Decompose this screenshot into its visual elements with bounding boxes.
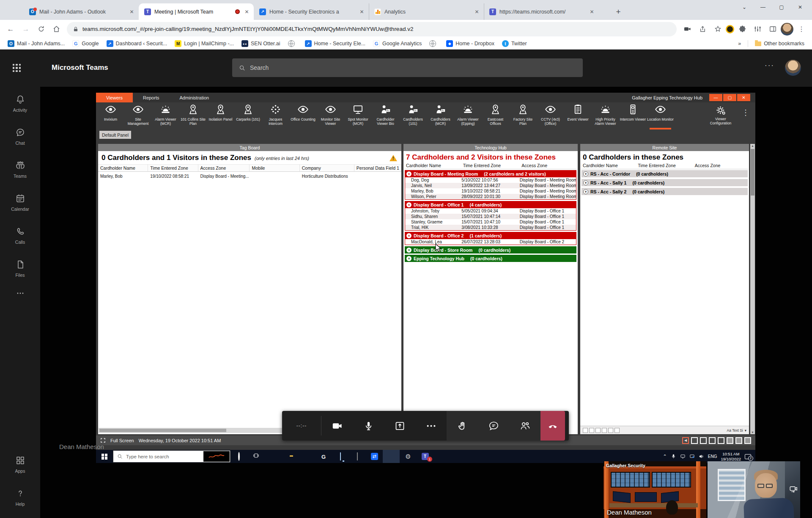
gallagher-extension-icon[interactable]	[726, 25, 734, 33]
toolbar-item-jacques-intercom[interactable]: Jacques Intercom	[262, 102, 289, 130]
bookmark-item-4[interactable]: ●●SEN Otter.ai	[238, 39, 283, 48]
tab-close-icon[interactable]: ✕	[473, 8, 480, 15]
participants-button[interactable]	[509, 411, 540, 441]
url-bar[interactable]: teams.microsoft.com/_#/pre-join-calling/…	[67, 22, 677, 36]
tray-chevron-icon[interactable]: ⌃	[663, 454, 667, 459]
toolbar-item-cardholders-mcr-[interactable]: Cardholders (MCR)	[427, 102, 454, 130]
taskbar-icon-taskview[interactable]	[247, 450, 264, 463]
table-row[interactable]: Jarvis, Neil13/09/2022 13:44:27Display B…	[405, 183, 576, 188]
pager-square-5[interactable]	[727, 437, 733, 444]
app-preview-thumbnail[interactable]	[203, 451, 230, 462]
table-row[interactable]: Marley, Bob19/10/2022 08:58:21Display Bo…	[405, 188, 576, 194]
toolbar-item-event-viewer[interactable]: Event Viewer	[564, 102, 592, 130]
chevron-up-icon[interactable]: ∧	[406, 233, 411, 238]
table-cell[interactable]: Horticulture Distributions	[300, 173, 354, 179]
tray-language[interactable]: ENG	[708, 454, 717, 459]
tray-mic-icon[interactable]	[671, 454, 676, 459]
start-button[interactable]	[96, 450, 113, 463]
pager-square-1[interactable]	[691, 437, 698, 444]
browser-tab-2[interactable]: ↗Home - Security Electronics a✕	[254, 3, 369, 20]
sidebar-item-files[interactable]: Files	[0, 252, 40, 285]
tray-cast-icon[interactable]	[689, 454, 695, 459]
toolbar-item-intercom-viewer[interactable]: Intercom Viewer	[619, 102, 647, 130]
sidebar-item-more[interactable]	[0, 285, 40, 303]
toolbar-item-101-collins-site-plan[interactable]: 101 Collins Site Plan	[179, 102, 207, 130]
bookmark-item-0[interactable]: OMail - John Adams...	[4, 39, 68, 48]
chevron-down-icon[interactable]: ∨	[406, 256, 411, 261]
scrollbar-thumb[interactable]	[751, 149, 754, 196]
page-thumb[interactable]	[614, 428, 620, 433]
chevron-down-icon[interactable]: ∨	[583, 171, 588, 176]
taskbar-icon-gallagher[interactable]	[383, 450, 400, 463]
app-launcher-icon[interactable]	[13, 64, 21, 72]
toolbar-item-cctv-4x3-office-[interactable]: CCTV (4x3) (Office)	[537, 102, 564, 130]
browser-tab-3[interactable]: Analytics✕	[369, 3, 484, 20]
column-header[interactable]: Access Zone	[693, 162, 748, 169]
page-thumb[interactable]	[595, 428, 601, 433]
tab-close-icon[interactable]: ✕	[358, 8, 365, 15]
sidebar-item-teams[interactable]: Teams	[0, 153, 40, 186]
bookmark-item-2[interactable]: ↗Dashboard ‹ Securit...	[103, 39, 171, 48]
toolbar-item-alarm-viewer-epping-[interactable]: Alarm Viewer (Epping)	[454, 102, 482, 130]
zone-group-header[interactable]: ∧Display Board - Office 1(4 cardholders)	[405, 201, 576, 208]
teams-search-input[interactable]: Search	[232, 58, 583, 77]
browser-tab-1[interactable]: TMeeting | Microsoft Team✕	[139, 3, 254, 20]
taskbar-icon-teamviewer[interactable]: ⇄	[366, 450, 383, 463]
chevron-up-icon[interactable]: ∧	[406, 202, 411, 207]
tab-default-panel[interactable]: Default Panel	[99, 131, 131, 139]
camera-toggle-button[interactable]	[321, 411, 353, 441]
action-center-icon[interactable]: 2	[745, 454, 751, 459]
camera-permission-button[interactable]	[680, 22, 694, 36]
bookmark-item-7[interactable]: GGoogle Analytics	[370, 39, 425, 48]
sidebar-item-calendar[interactable]: Calendar	[0, 186, 40, 219]
column-header[interactable]: Time Entered Zone	[461, 162, 520, 169]
ribbon-tab-viewers[interactable]: Viewers	[96, 93, 133, 102]
content-vertical-scrollbar[interactable]: ▲ ▼	[750, 144, 755, 434]
warning-icon[interactable]: !	[390, 155, 397, 161]
column-header[interactable]: Cardholder Name	[581, 162, 636, 169]
forward-button[interactable]: →	[19, 22, 33, 36]
table-cell[interactable]	[250, 173, 299, 179]
zone-group-header[interactable]: ∨Epping Technology Hub(0 cardholders)	[405, 255, 576, 262]
pager-square-2[interactable]	[700, 437, 707, 444]
toolbar-item-alarm-viewer-mcr-[interactable]: Alarm Viewer (MCR)	[152, 102, 179, 130]
column-header[interactable]: Time Entered Zone	[148, 164, 198, 172]
column-header[interactable]: Personal Data Field 1	[354, 164, 401, 172]
bookmark-item-3[interactable]: MLogin | MailChimp -...	[171, 39, 237, 48]
zone-group-header[interactable]: ∨Display Board - Store Room(0 cardholder…	[405, 246, 576, 253]
zone-group-header[interactable]: ∧Display Board - Meeting Room(2 cardhold…	[405, 170, 576, 177]
column-header[interactable]: Access Zone	[520, 162, 577, 169]
maximize-icon[interactable]: ▢	[772, 1, 791, 14]
table-cell[interactable]: Marley, Bob	[98, 173, 148, 179]
column-header[interactable]: Cardholder Name	[98, 164, 148, 172]
chevron-down-icon[interactable]: ∨	[406, 248, 411, 253]
taskbar-search-input[interactable]: Type here to search	[113, 450, 230, 463]
taskbar-icon-teams[interactable]: T1	[417, 450, 433, 463]
page-thumb[interactable]	[602, 428, 607, 433]
video-tile-room[interactable]: Gallagher Security Dean Matheson	[604, 461, 706, 518]
column-header[interactable]: Access Zone	[198, 164, 250, 172]
minimize-icon[interactable]: —	[754, 1, 772, 14]
toolbar-item-location-monitor[interactable]: Location Monitor	[647, 102, 674, 130]
switch-camera-button[interactable]	[789, 484, 798, 495]
browser-tab-0[interactable]: OMail - John Adams - Outlook✕	[24, 3, 139, 20]
browser-profile-avatar[interactable]	[781, 23, 793, 36]
toolbar-item-cardholders-101-[interactable]: Cardholders (101)	[399, 102, 427, 130]
sidebar-item-calls[interactable]: Calls	[0, 219, 40, 252]
side-panel-button[interactable]	[765, 22, 780, 36]
scrollbar-thumb[interactable]	[99, 429, 226, 432]
video-tile-webcam[interactable]	[708, 461, 800, 518]
pager-square-0[interactable]: ◀	[682, 437, 689, 444]
sidebar-item-activity[interactable]: Activity	[0, 87, 40, 120]
share-screen-button[interactable]	[384, 411, 415, 441]
toolbar-item-monitor-site-viewer[interactable]: Monitor Site Viewer	[317, 102, 344, 130]
close-icon[interactable]: ✕	[791, 1, 809, 14]
column-header[interactable]: Mobile	[250, 164, 299, 172]
taskbar-icon-edge[interactable]	[264, 450, 281, 463]
toolbar-item-carparks-101-[interactable]: Carparks (101)	[234, 102, 262, 130]
pager-square-6[interactable]	[735, 437, 742, 444]
taskbar-icon-settings[interactable]: ⚙	[400, 450, 417, 463]
chevron-down-icon[interactable]: ∨	[583, 189, 588, 194]
table-row[interactable]: Wilson, Peter28/09/2022 10:01:30Display …	[405, 194, 576, 199]
sidebar-item-chat[interactable]: Chat	[0, 120, 40, 153]
